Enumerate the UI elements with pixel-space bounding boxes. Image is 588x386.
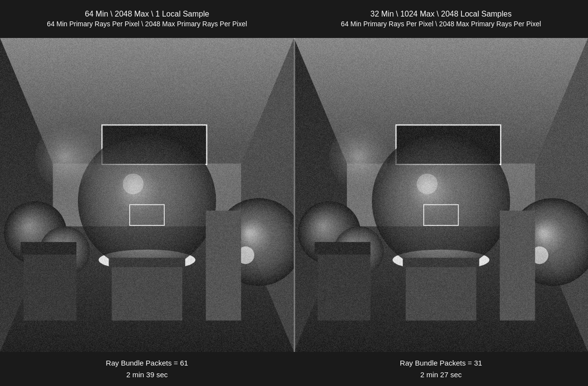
render-area [0, 38, 588, 352]
main-container: 64 Min \ 2048 Max \ 1 Local Sample 64 Mi… [0, 0, 588, 386]
top-labels: 64 Min \ 2048 Max \ 1 Local Sample 64 Mi… [0, 0, 588, 38]
right-stat2: 2 min 27 sec [420, 369, 462, 381]
right-title: 32 Min \ 1024 Max \ 2048 Local Samples [370, 9, 512, 19]
left-bottom-panel: Ray Bundle Packets = 61 2 min 39 sec [0, 352, 294, 386]
right-stat1: Ray Bundle Packets = 31 [400, 357, 482, 369]
left-subtitle: 64 Min Primary Rays Per Pixel \ 2048 Max… [47, 19, 247, 29]
right-bottom-panel: Ray Bundle Packets = 31 2 min 27 sec [294, 352, 588, 386]
left-stat1: Ray Bundle Packets = 61 [106, 357, 188, 369]
left-label-panel: 64 Min \ 2048 Max \ 1 Local Sample 64 Mi… [0, 0, 294, 38]
divider-line [294, 38, 295, 352]
left-title: 64 Min \ 2048 Max \ 1 Local Sample [85, 9, 209, 19]
right-subtitle: 64 Min Primary Rays Per Pixel \ 2048 Max… [341, 19, 541, 29]
right-label-panel: 32 Min \ 1024 Max \ 2048 Local Samples 6… [294, 0, 588, 38]
left-stat2: 2 min 39 sec [126, 369, 168, 381]
bottom-labels: Ray Bundle Packets = 61 2 min 39 sec Ray… [0, 352, 588, 386]
